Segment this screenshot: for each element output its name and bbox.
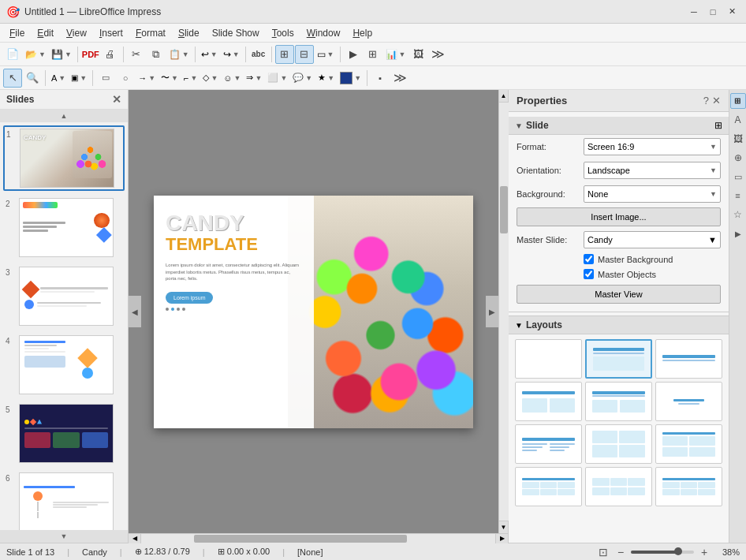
insert-chart-dropdown[interactable]: 📊 ▼ [383, 45, 408, 64]
slides-close-button[interactable]: ✕ [112, 93, 121, 106]
insert-image-button[interactable]: 🖼 [408, 45, 427, 64]
restore-button[interactable]: □ [705, 5, 721, 19]
orientation-select[interactable]: Landscape ▼ [584, 162, 721, 179]
props-close-button[interactable]: ✕ [712, 95, 721, 106]
hscroll-left[interactable]: ◀ [129, 534, 141, 543]
layout-title-only[interactable] [655, 339, 722, 379]
fit-page-button[interactable]: ⊡ [596, 545, 610, 559]
sidebar-properties-icon[interactable]: ⊞ [730, 93, 746, 109]
minimize-button[interactable]: ─ [686, 5, 702, 19]
menu-file[interactable]: File [3, 26, 31, 40]
redo-dropdown[interactable]: ↪ ▼ [221, 45, 242, 64]
canvas-hscrollbar[interactable]: ◀ ▶ [129, 533, 508, 543]
menu-slide[interactable]: Slide [172, 26, 206, 40]
menu-help[interactable]: Help [346, 26, 379, 40]
menu-format[interactable]: Format [129, 26, 172, 40]
insert-block-arrow-dropdown[interactable]: ⇒ ▼ [244, 69, 264, 88]
slide-item-4[interactable]: 4 [3, 333, 125, 397]
close-button[interactable]: ✕ [724, 5, 740, 19]
prev-slide-button[interactable]: ◀ [129, 296, 141, 327]
insert-callout-dropdown[interactable]: 💬 ▼ [290, 69, 315, 88]
format-select[interactable]: Screen 16:9 ▼ [584, 138, 721, 155]
zoom-in-button[interactable]: + [697, 545, 711, 559]
layout-two-content[interactable] [515, 382, 582, 421]
slide-item-1[interactable]: 1 CANDY [3, 125, 125, 191]
insert-line-dropdown[interactable]: → ▼ [136, 69, 158, 88]
insert-symbol-dropdown[interactable]: ☺ ▼ [221, 69, 243, 88]
copy-button[interactable]: ⧉ [147, 45, 166, 64]
master-view-button[interactable]: Master View [517, 285, 721, 304]
layout-title-six[interactable] [515, 467, 582, 506]
layout-centered-text[interactable] [655, 382, 722, 421]
hscroll-track[interactable] [141, 534, 495, 543]
master-objects-checkbox[interactable] [584, 269, 594, 279]
menu-edit[interactable]: Edit [31, 26, 60, 40]
menu-tools[interactable]: Tools [266, 26, 300, 40]
zoom-tool[interactable]: 🔍 [23, 69, 42, 88]
hscroll-thumb[interactable] [194, 535, 406, 543]
line-color-dropdown[interactable]: A ▼ [49, 69, 68, 88]
display-grid-button[interactable]: ⊞ [275, 45, 294, 64]
undo-dropdown[interactable]: ↩ ▼ [199, 45, 220, 64]
fill-color2-dropdown[interactable]: ▼ [338, 69, 364, 88]
menu-window[interactable]: Window [300, 26, 347, 40]
props-help-button[interactable]: ? [703, 95, 709, 106]
vscroll-track[interactable] [499, 103, 509, 521]
select-tool[interactable]: ↖ [3, 69, 22, 88]
canvas-vscrollbar[interactable]: ▲ ▼ [498, 90, 508, 533]
vscroll-thumb[interactable] [500, 186, 508, 233]
menu-insert[interactable]: Insert [93, 26, 129, 40]
menu-slideshow[interactable]: Slide Show [206, 26, 266, 40]
slide-item-2[interactable]: 2 [3, 196, 125, 259]
view-options-dropdown[interactable]: ▭ ▼ [315, 45, 337, 64]
sidebar-navigator-icon[interactable]: ⊕ [730, 150, 746, 166]
hscroll-right[interactable]: ▶ [495, 534, 508, 543]
master-background-checkbox[interactable] [584, 254, 594, 264]
layouts-header[interactable]: ▼ Layouts [509, 315, 729, 334]
insert-shape-dropdown[interactable]: ◇ ▼ [200, 69, 220, 88]
sidebar-functions-icon[interactable]: ≡ [730, 188, 746, 203]
paste-dropdown[interactable]: 📋 ▼ [166, 45, 192, 64]
open-button[interactable]: 📂 ▼ [23, 45, 48, 64]
background-select[interactable]: None ▼ [584, 185, 721, 203]
slide-item-6[interactable]: 6 [3, 470, 125, 530]
more-button[interactable]: ≫ [428, 45, 447, 64]
main-slide[interactable]: CANDY TEMPLATE Lorem ipsum dolor sit ame… [154, 196, 473, 428]
more2-button[interactable]: ≫ [390, 69, 409, 88]
slide-cta-button[interactable]: Lorem ipsum [166, 292, 213, 304]
sidebar-gallery-icon[interactable]: 🖼 [730, 131, 746, 147]
slides-scroll-up[interactable]: ▲ [0, 110, 128, 122]
next-slide-button[interactable]: ▶ [486, 296, 498, 327]
layout-title-two-col[interactable] [515, 424, 582, 464]
sidebar-stars-icon[interactable]: ☆ [730, 207, 746, 222]
new-button[interactable]: 📄 [3, 45, 22, 64]
zoom-out-button[interactable]: − [614, 545, 628, 559]
sidebar-styles-icon[interactable]: A [730, 112, 746, 128]
slide-section-expand[interactable]: ⊞ [714, 120, 722, 131]
cut-button[interactable]: ✂ [127, 45, 146, 64]
layout-blank[interactable] [515, 339, 582, 379]
vscroll-down[interactable]: ▼ [499, 521, 509, 533]
sidebar-master-slides-icon[interactable]: ▭ [730, 169, 746, 185]
layout-12[interactable] [655, 467, 722, 506]
save-button[interactable]: 💾 ▼ [49, 45, 74, 64]
insert-ellipse[interactable]: ○ [116, 69, 135, 88]
snap-grid-button[interactable]: ⊟ [295, 45, 314, 64]
export-pdf-button[interactable]: PDF [81, 45, 100, 64]
zoom-slider[interactable] [631, 551, 694, 554]
vscroll-up[interactable]: ▲ [499, 90, 509, 103]
print-button[interactable]: 🖨 [101, 45, 120, 64]
shadow-button[interactable]: ▪ [371, 69, 390, 88]
sidebar-animation-icon[interactable]: ▶ [730, 226, 746, 241]
insert-curve-dropdown[interactable]: 〜 ▼ [159, 69, 181, 88]
spellcheck-button[interactable]: abc [249, 45, 268, 64]
zoom-slider-thumb[interactable] [674, 547, 682, 555]
start-presentation-button[interactable]: ▶ [344, 45, 363, 64]
menu-view[interactable]: View [60, 26, 93, 40]
slide-item-3[interactable]: 3 [3, 264, 125, 328]
master-slide-select[interactable]: Candy ▼ [584, 231, 721, 248]
slides-scroll-down[interactable]: ▼ [0, 530, 128, 543]
insert-image-btn[interactable]: Insert Image... [517, 207, 721, 226]
insert-flowchart-dropdown[interactable]: ⬜ ▼ [265, 69, 289, 88]
layout-11[interactable] [585, 467, 652, 506]
